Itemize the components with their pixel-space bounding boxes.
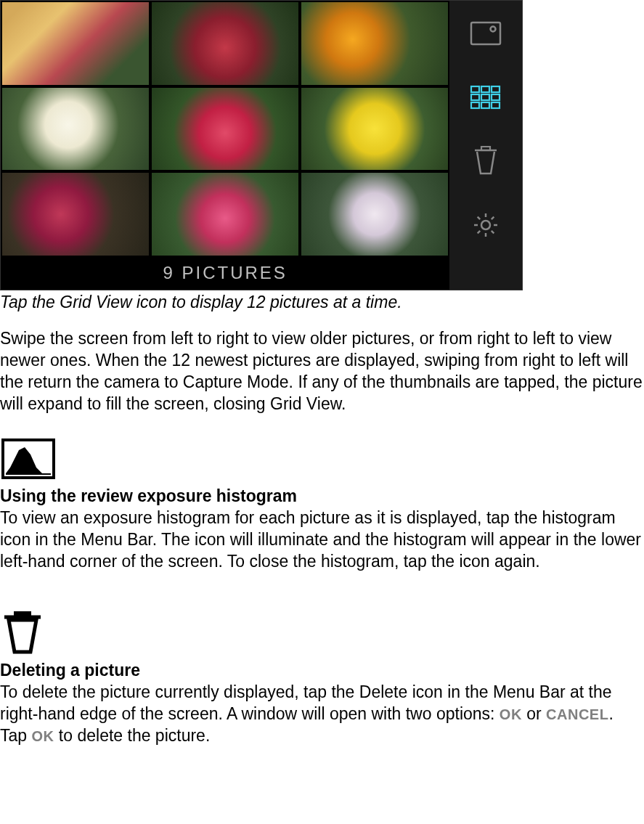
thumbnail[interactable] xyxy=(152,173,298,256)
thumbnail[interactable] xyxy=(301,2,448,85)
ok-label: OK xyxy=(500,706,522,722)
svg-point-1 xyxy=(491,27,496,32)
trash-icon[interactable] xyxy=(466,142,505,181)
svg-rect-9 xyxy=(481,102,489,108)
svg-rect-2 xyxy=(471,86,479,92)
svg-rect-5 xyxy=(471,94,479,100)
photo-grid xyxy=(1,1,449,257)
histogram-icon xyxy=(0,435,58,483)
svg-rect-8 xyxy=(471,102,479,108)
svg-rect-0 xyxy=(471,23,500,44)
thumbnail[interactable] xyxy=(301,173,448,256)
photo-area: 9 PICTURES xyxy=(1,1,449,290)
gear-icon[interactable] xyxy=(466,205,505,245)
svg-rect-4 xyxy=(492,86,500,92)
camera-icon[interactable] xyxy=(466,14,505,53)
svg-rect-10 xyxy=(492,102,500,108)
figure-caption: Tap the Grid View icon to display 12 pic… xyxy=(0,292,644,314)
swipe-instructions: Swipe the screen from left to right to v… xyxy=(0,328,644,415)
pictures-count-label: 9 PICTURES xyxy=(1,257,449,290)
svg-rect-15 xyxy=(14,611,31,616)
svg-rect-12 xyxy=(481,147,490,150)
menu-bar xyxy=(449,1,522,290)
cancel-label: CANCEL xyxy=(546,706,608,722)
histogram-section: Using the review exposure histogram To v… xyxy=(0,486,644,573)
svg-point-13 xyxy=(481,221,490,229)
svg-rect-7 xyxy=(492,94,500,100)
svg-rect-6 xyxy=(481,94,489,100)
histogram-heading: Using the review exposure histogram xyxy=(0,486,297,505)
thumbnail[interactable] xyxy=(301,88,448,171)
thumbnail[interactable] xyxy=(2,88,149,171)
thumbnail[interactable] xyxy=(152,2,298,85)
histogram-body: To view an exposure histogram for each p… xyxy=(0,508,641,571)
ok-label-2: OK xyxy=(31,728,54,744)
delete-icon xyxy=(0,609,58,657)
grid-icon[interactable] xyxy=(466,78,505,117)
camera-gridview-screenshot: 9 PICTURES xyxy=(0,0,523,290)
thumbnail[interactable] xyxy=(2,2,149,85)
deleting-body-part2: or xyxy=(522,704,546,723)
deleting-body-part4: to delete the picture. xyxy=(54,726,210,745)
deleting-heading: Deleting a picture xyxy=(0,661,140,680)
thumbnail[interactable] xyxy=(2,173,149,256)
deleting-section: Deleting a picture To delete the picture… xyxy=(0,660,644,747)
thumbnail[interactable] xyxy=(152,88,298,171)
svg-rect-3 xyxy=(481,86,489,92)
